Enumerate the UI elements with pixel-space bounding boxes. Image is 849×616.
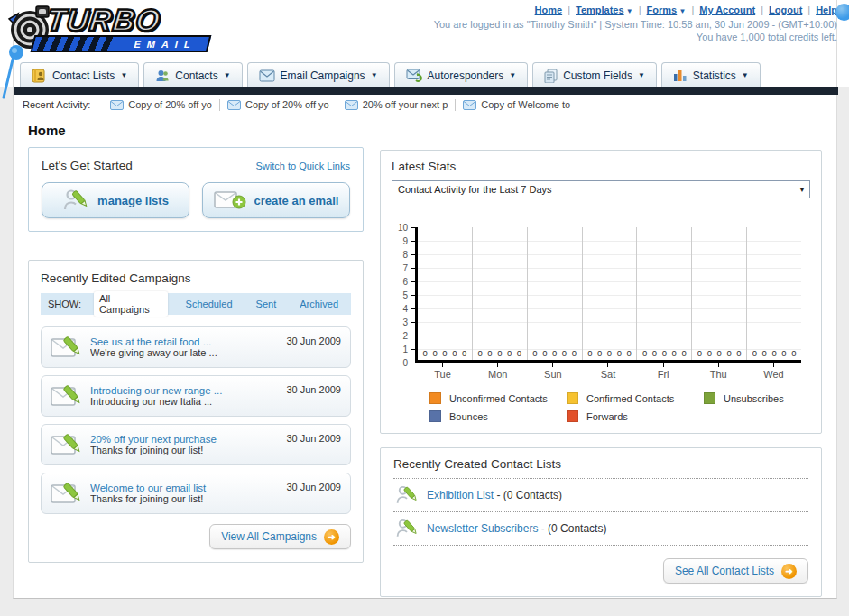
chart-group-tue: 00000: [418, 227, 473, 360]
value-labels: 00000: [692, 348, 746, 358]
nav-link-templates[interactable]: Templates: [576, 5, 624, 15]
recent-activity-label: Recent Activity:: [23, 99, 90, 110]
value-label: 0: [572, 348, 577, 358]
help-bubble-icon[interactable]: [835, 4, 849, 21]
filter-sent[interactable]: Sent: [251, 297, 282, 311]
value-label: 0: [597, 348, 602, 358]
tab-label: Statistics: [693, 69, 736, 82]
view-all-campaigns-label: View All Campaigns: [221, 530, 317, 543]
contact-lists-body: Exhibition List - (0 Contacts)Newsletter…: [393, 478, 808, 546]
recent-activity-item[interactable]: 20% off your next p: [337, 99, 456, 110]
x-tick-mark: [607, 363, 608, 367]
stats-range-dropdown[interactable]: Contact Activity for the Last 7 Days ▼: [392, 180, 810, 198]
contacts-icon: [155, 69, 170, 83]
value-labels: 00000: [583, 348, 637, 358]
recent-activity-item-label: 20% off your next p: [363, 99, 448, 110]
legend-label: Confirmed Contacts: [586, 393, 674, 404]
recent-activity-item-label: Copy of 20% off yo: [245, 99, 329, 110]
x-tick-mark: [718, 363, 719, 367]
nav-link-my-account[interactable]: My Account: [699, 5, 755, 15]
campaign-card[interactable]: 20% off your next purchaseThanks for joi…: [41, 424, 351, 465]
recent-activity-item[interactable]: Copy of Welcome to: [456, 99, 577, 110]
campaign-text: Welcome to our email listThanks for join…: [90, 483, 279, 504]
value-label: 0: [462, 348, 466, 358]
see-all-contact-lists-button[interactable]: See All Contact Lists ➜: [663, 558, 808, 584]
tab-contact-lists[interactable]: Contact Lists▼: [20, 62, 139, 87]
nav-link-forms[interactable]: Forms: [647, 5, 678, 15]
value-label: 0: [542, 348, 547, 358]
y-tick-label: 0: [402, 358, 408, 368]
envelope-icon: [227, 100, 241, 110]
show-label: SHOW:: [48, 299, 81, 309]
filter-archived[interactable]: Archived: [294, 297, 344, 311]
campaign-text: See us at the retail food ...We're givin…: [90, 336, 279, 358]
campaign-card[interactable]: Introducing our new range ...Introducing…: [41, 375, 351, 417]
nav-link-help[interactable]: Help: [816, 5, 837, 15]
campaign-card[interactable]: Welcome to our email listThanks for join…: [41, 473, 351, 514]
filter-all-campaigns[interactable]: All Campaigns: [94, 291, 167, 317]
legend-swatch: [429, 392, 441, 404]
contact-list-item[interactable]: Exhibition List - (0 Contacts): [393, 479, 808, 511]
x-tick-sat: Sat: [580, 363, 635, 380]
value-label: 0: [752, 348, 757, 358]
nav-link-home[interactable]: Home: [535, 5, 563, 15]
chart-y-axis: 012345678910: [392, 227, 415, 363]
left-column: Let's Get Started Switch to Quick Links …: [28, 147, 364, 563]
legend-label: Forwards: [586, 411, 628, 422]
contact-list-item[interactable]: Newsletter Subscribers - (0 Contacts): [393, 512, 808, 545]
nav-separator: |: [639, 5, 641, 15]
tab-statistics[interactable]: Statistics▼: [661, 62, 761, 87]
envelope-pencil-icon: [51, 335, 83, 360]
value-label: 0: [552, 348, 557, 358]
value-label: 0: [562, 348, 567, 358]
campaigns-title: Recently Edited Campaigns: [41, 271, 351, 285]
y-tick-label: 9: [402, 236, 408, 246]
tab-label: Email Campaigns: [281, 69, 365, 82]
create-an-email-button[interactable]: create an email: [202, 182, 350, 218]
tab-label: Autoresponders: [428, 69, 504, 82]
contact-list-link[interactable]: Newsletter Subscribers: [427, 522, 538, 535]
arrow-right-icon: ➜: [324, 529, 339, 545]
create-an-email-label: create an email: [254, 194, 339, 207]
tab-custom-fields[interactable]: Custom Fields▼: [532, 62, 657, 87]
tab-email-campaigns[interactable]: Email Campaigns▼: [247, 62, 390, 87]
chart-x-axis: TueMonSunSatFriThuWed: [415, 363, 801, 380]
view-all-campaigns-button[interactable]: View All Campaigns ➜: [209, 524, 351, 549]
campaign-title-link[interactable]: Welcome to our email list: [90, 483, 279, 493]
filter-scheduled[interactable]: Scheduled: [180, 297, 238, 311]
manage-lists-button[interactable]: manage lists: [42, 182, 189, 218]
x-tick-mark: [663, 363, 664, 367]
campaign-title-link[interactable]: See us at the retail food ...: [90, 336, 279, 347]
value-label: 0: [442, 348, 447, 358]
logo-banner: EMAIL: [31, 35, 212, 52]
value-labels: 00000: [637, 348, 691, 358]
tab-autoresponders[interactable]: Autoresponders▼: [394, 62, 529, 87]
value-labels: 00000: [747, 348, 801, 358]
campaign-card[interactable]: See us at the retail food ...We're givin…: [41, 326, 351, 368]
tab-contacts[interactable]: Contacts▼: [143, 62, 242, 87]
value-label: 0: [432, 348, 437, 358]
campaign-title-link[interactable]: Introducing our new range ...: [90, 385, 279, 396]
chart-group-sat: 00000: [583, 227, 638, 360]
campaign-title-link[interactable]: 20% off your next purchase: [90, 434, 279, 445]
legend-item-bounces: Bounces: [429, 410, 567, 422]
contact-lists-icon: [32, 69, 47, 83]
switch-to-quick-links-link[interactable]: Switch to Quick Links: [255, 161, 350, 171]
nav-link-logout[interactable]: Logout: [769, 5, 802, 15]
chart-group-fri: 00000: [637, 227, 692, 360]
recent-activity-item[interactable]: Copy of 20% off yo: [103, 99, 219, 110]
value-label: 0: [791, 348, 796, 358]
dotted-divider: [393, 545, 808, 546]
x-tick-tue: Tue: [415, 363, 470, 380]
value-label: 0: [642, 348, 647, 358]
campaign-text: Introducing our new range ...Introducing…: [90, 385, 279, 407]
contact-list-link[interactable]: Exhibition List: [427, 489, 494, 501]
x-tick-label: Sun: [525, 369, 580, 380]
value-label: 0: [672, 348, 677, 358]
legend-label: Unsubscribes: [724, 393, 784, 404]
tab-label: Contact Lists: [52, 69, 115, 82]
statistics-icon: [673, 69, 688, 82]
y-tick-label: 1: [402, 345, 408, 354]
logo-stripes: [32, 37, 114, 51]
recent-activity-item[interactable]: Copy of 20% off yo: [220, 99, 337, 110]
